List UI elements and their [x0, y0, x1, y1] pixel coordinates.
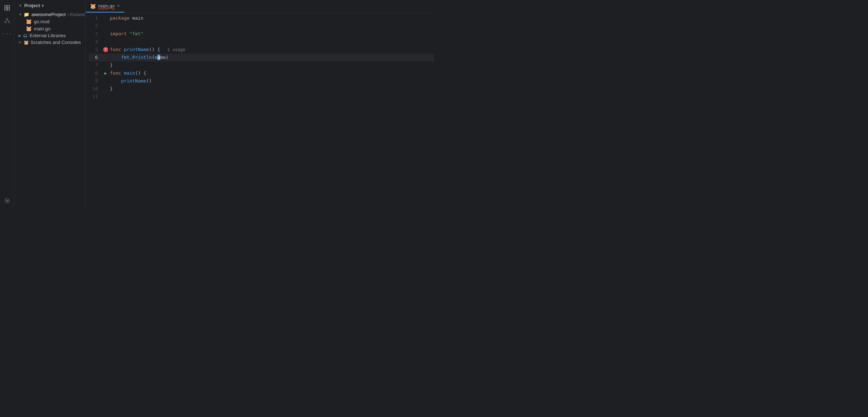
project-header[interactable]: ▼ Project ∨ [14, 0, 85, 11]
line-content-2 [110, 22, 434, 30]
scratches-gopher-icon: 🐹 [24, 40, 29, 45]
line-content-7: } [110, 61, 434, 69]
library-icon: 🗂 [23, 33, 27, 38]
folder-icon: 📁 [24, 12, 29, 17]
main-editor-area: 🐹 main.go ✕ 1 package main 2 [86, 0, 434, 208]
line-content-8: func main() { [110, 69, 434, 77]
go-file-icon: 🐹 [26, 26, 32, 31]
line-content-5: func printName() { 1 usage [110, 46, 434, 54]
code-line-11: 11 [89, 93, 434, 101]
sidebar-header-label: Project [24, 3, 40, 8]
svg-rect-1 [7, 5, 10, 7]
tab-go-icon: 🐹 [90, 3, 96, 9]
sidebar-item-scratches[interactable]: ≡ 🐹 Scratches and Consoles [14, 39, 85, 46]
svg-line-8 [7, 20, 9, 21]
line-number-8: 8 [89, 69, 101, 77]
line-content-10: } [110, 85, 434, 93]
line-number-10: 10 [89, 85, 101, 93]
usage-hint: 1 usage [167, 47, 186, 52]
line-number-9: 9 [89, 77, 101, 85]
svg-rect-2 [5, 8, 7, 10]
line-number-2: 2 [89, 22, 101, 30]
go-mod-label: go.mod [34, 19, 49, 24]
line-content-1: package main [110, 14, 434, 22]
sidebar-item-main-go[interactable]: 🐹 main.go [14, 25, 85, 32]
line-content-6: fmt.Println(name) [110, 54, 434, 61]
svg-marker-10 [6, 200, 9, 202]
sidebar-item-go-mod[interactable]: 🐹 go.mod [14, 18, 85, 25]
svg-rect-3 [7, 8, 10, 10]
tab-main-go[interactable]: 🐹 main.go ✕ [86, 0, 124, 12]
go-mod-icon: 🐹 [26, 19, 32, 24]
code-line-2: 2 [89, 22, 434, 30]
folder-arrow: ▼ [19, 12, 22, 16]
more-tools-icon[interactable]: ··· [2, 29, 12, 39]
svg-point-5 [5, 21, 6, 23]
tab-label: main.go [98, 3, 115, 9]
project-dropdown-icon[interactable]: ∨ [41, 4, 44, 7]
left-toolbar: ··· [0, 0, 14, 208]
main-go-label: main.go [34, 26, 50, 31]
code-line-7: 7 } [89, 61, 434, 69]
project-name-label: awesomeProject [31, 12, 66, 17]
run-indicator[interactable]: ▶ [104, 69, 107, 77]
code-line-6: 6 fmt.Println(name) [89, 54, 434, 61]
tab-close-button[interactable]: ✕ [117, 4, 120, 8]
line-content-3: import "fmt" [110, 30, 434, 38]
sidebar-header-arrow: ▼ [19, 4, 22, 7]
gutter-8: ▶ [101, 69, 110, 77]
code-line-1: 1 package main [89, 14, 434, 22]
line-number-5: 5 [89, 46, 101, 54]
line-number-4: 4 [89, 38, 101, 46]
code-line-9: 9 printName() [89, 77, 434, 85]
code-editor[interactable]: 1 package main 2 3 import "fmt" [86, 13, 434, 208]
ext-libs-arrow: ▶ [19, 34, 21, 37]
svg-point-4 [6, 18, 8, 20]
code-content-area[interactable]: 1 package main 2 3 import "fmt" [86, 13, 434, 208]
run-icon-toolbar[interactable] [2, 196, 12, 206]
tab-bar: 🐹 main.go ✕ [86, 0, 434, 13]
structure-icon[interactable] [2, 16, 12, 26]
code-line-8: 8 ▶ func main() { [89, 69, 434, 77]
project-tool-window-icon[interactable] [2, 3, 12, 13]
scratches-icon: ≡ [19, 40, 21, 45]
line-content-4 [110, 38, 434, 46]
ext-libs-label: External Libraries [30, 33, 66, 38]
line-content-9: printName() [110, 77, 434, 85]
svg-line-7 [5, 20, 7, 21]
line-number-6: 6 [89, 54, 101, 61]
svg-rect-0 [5, 5, 7, 7]
code-line-10: 10 } [89, 85, 434, 93]
code-line-4: 4 [89, 38, 434, 46]
scratches-label: Scratches and Consoles [31, 40, 81, 45]
line-number-7: 7 [89, 61, 101, 69]
code-line-3: 3 import "fmt" [89, 30, 434, 38]
code-line-5: 5 ! func printName() { 1 usage [89, 46, 434, 54]
error-indicator[interactable]: ! [103, 47, 108, 52]
svg-point-6 [8, 21, 10, 23]
line-number-11: 11 [89, 93, 101, 101]
sidebar-item-awesome-project[interactable]: ▼ 📁 awesomeProject ~/Goland [14, 11, 85, 18]
line-content-11 [110, 93, 434, 101]
sidebar: ▼ Project ∨ ▼ 📁 awesomeProject ~/Goland … [14, 0, 86, 208]
project-path: ~/Goland [67, 12, 85, 17]
line-number-1: 1 [89, 14, 101, 22]
sidebar-item-external-libraries[interactable]: ▶ 🗂 External Libraries [14, 32, 85, 39]
gutter-5: ! [101, 47, 110, 52]
line-number-3: 3 [89, 30, 101, 38]
